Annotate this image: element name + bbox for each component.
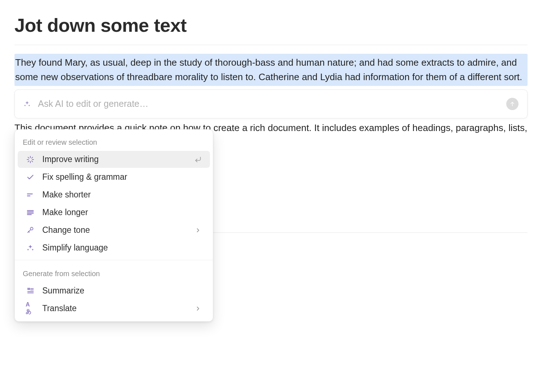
send-button[interactable] [506, 98, 519, 110]
quote-list-icon [26, 286, 35, 296]
menu-item-fix-spelling[interactable]: Fix spelling & grammar [18, 169, 210, 186]
menu-item-summarize[interactable]: Summarize [18, 282, 210, 299]
ai-action-menu: Edit or review selection Improve writing… [14, 129, 213, 322]
menu-item-label: Simplify language [42, 243, 202, 253]
sparkle-icon [23, 100, 31, 108]
menu-item-label: Make longer [42, 208, 202, 217]
menu-item-label: Fix spelling & grammar [42, 172, 202, 182]
chevron-right-icon [194, 305, 202, 313]
menu-item-simplify-language[interactable]: Simplify language [18, 239, 210, 256]
sparkle-icon [26, 243, 35, 253]
menu-item-label: Improve writing [42, 154, 194, 164]
selected-text[interactable]: They found Mary, as usual, deep in the s… [14, 54, 528, 86]
page-title: Jot down some text [14, 14, 528, 36]
menu-item-label: Change tone [42, 225, 194, 235]
svg-line-7 [32, 157, 33, 158]
title-divider [14, 45, 528, 45]
ai-prompt-input[interactable] [38, 99, 506, 109]
ai-prompt-bar[interactable] [14, 90, 528, 118]
svg-line-4 [28, 157, 29, 158]
menu-item-label: Translate [42, 304, 194, 313]
chevron-right-icon [194, 226, 202, 234]
menu-item-make-shorter[interactable]: Make shorter [18, 186, 210, 203]
enter-key-icon [194, 156, 202, 164]
menu-item-translate[interactable]: Aあ Translate [18, 300, 210, 317]
menu-divider [15, 260, 213, 260]
arrow-up-icon [509, 101, 516, 107]
menu-item-label: Summarize [42, 286, 202, 296]
check-icon [26, 173, 35, 182]
long-lines-icon [26, 208, 35, 217]
menu-item-label: Make shorter [42, 190, 202, 200]
menu-item-change-tone[interactable]: Change tone [18, 222, 210, 239]
magic-wand-icon [26, 155, 35, 164]
menu-section-label: Generate from selection [15, 264, 213, 282]
svg-line-6 [28, 161, 29, 162]
mic-icon [26, 226, 35, 235]
menu-section-label: Edit or review selection [15, 132, 213, 150]
translate-icon: Aあ [26, 304, 35, 313]
short-lines-icon [26, 190, 35, 200]
menu-item-improve-writing[interactable]: Improve writing [18, 151, 210, 168]
svg-line-5 [32, 161, 33, 162]
menu-item-make-longer[interactable]: Make longer [18, 204, 210, 221]
